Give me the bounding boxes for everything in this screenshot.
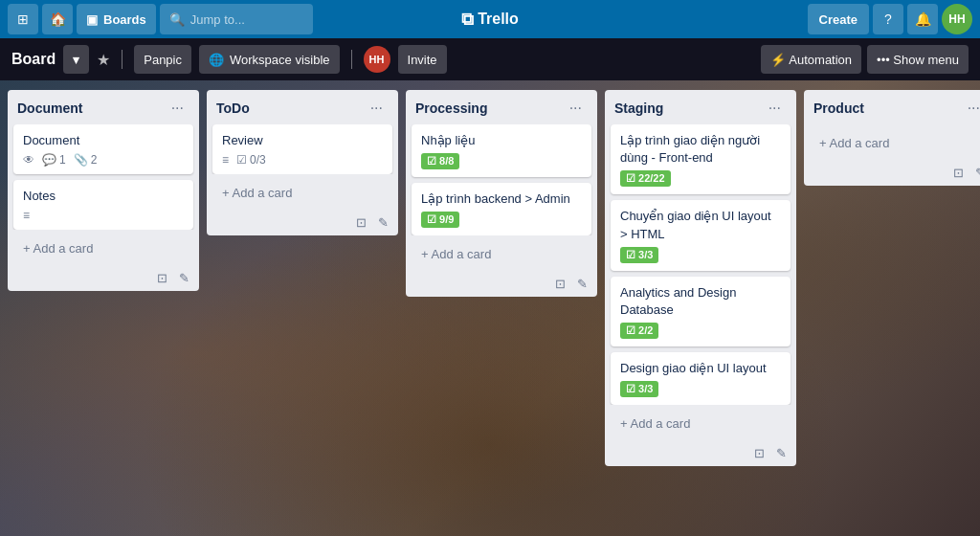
boards-label: Boards bbox=[103, 12, 146, 27]
card-badges-design-giao-dien: ☑ 3/3 bbox=[620, 381, 781, 397]
list-menu-btn-staging[interactable]: ··· bbox=[763, 98, 787, 119]
search-bar[interactable]: 🔍 bbox=[160, 4, 313, 34]
lines-icon: ≡ bbox=[23, 209, 30, 222]
compose-icon-product[interactable]: ✎ bbox=[971, 164, 980, 182]
list-staging: Staging ··· Lập trình giao diện người dù… bbox=[605, 90, 796, 466]
template-icon-product[interactable]: ⊡ bbox=[949, 164, 968, 182]
template-icon-processing[interactable]: ⊡ bbox=[551, 275, 569, 293]
list-menu-btn-todo[interactable]: ··· bbox=[365, 98, 389, 119]
list-header-product: Product ··· bbox=[804, 90, 980, 124]
card-lap-trinh-backend[interactable]: Lập trình backend > Admin ☑ 9/9 bbox=[412, 183, 591, 235]
template-icon-todo[interactable]: ⊡ bbox=[352, 213, 370, 232]
card-badges-nhap-lieu: ☑ 8/8 bbox=[421, 153, 582, 169]
comment-icon: 💬 bbox=[42, 153, 56, 167]
notification-btn[interactable]: 🔔 bbox=[907, 4, 938, 34]
automation-btn[interactable]: ⚡ Automation bbox=[761, 45, 861, 74]
top-nav-right: Create ? 🔔 HH bbox=[808, 4, 972, 34]
board-area: Document ··· Document 👁💬1📎2 Notes ≡ + Ad… bbox=[0, 80, 980, 536]
eye-icon: 👁 bbox=[23, 153, 34, 167]
star-btn[interactable]: ★ bbox=[97, 51, 110, 69]
card-footer-icons-document: ⊡ ✎ bbox=[8, 269, 199, 291]
card-badges-analytics: ☑ 2/2 bbox=[620, 323, 781, 339]
add-card-btn-processing[interactable]: + Add a card bbox=[412, 239, 591, 269]
create-btn[interactable]: Create bbox=[808, 4, 869, 34]
list-cards-processing: Nhập liệu ☑ 8/8 Lập trình backend > Admi… bbox=[406, 124, 597, 235]
card-title-doc1: Document bbox=[23, 132, 184, 149]
card-footer-icons-todo: ⊡ ✎ bbox=[207, 213, 398, 235]
member-avatar[interactable]: HH bbox=[364, 46, 390, 73]
compose-icon-staging[interactable]: ✎ bbox=[772, 444, 791, 462]
card-design-giao-dien[interactable]: Design giao diện UI layout ☑ 3/3 bbox=[611, 352, 791, 405]
card-analytics[interactable]: Analytics and Design Database ☑ 2/2 bbox=[611, 277, 791, 346]
divider bbox=[122, 50, 122, 69]
board-dropdown-btn[interactable]: ▾ bbox=[63, 45, 89, 74]
user-avatar[interactable]: HH bbox=[942, 4, 972, 34]
add-card-btn-document[interactable]: + Add a card bbox=[13, 234, 193, 263]
card-lap-trinh-giao-dien[interactable]: Lập trình giao diện người dùng - Front-e… bbox=[611, 124, 791, 194]
card-badges-chuyen-giao: ☑ 3/3 bbox=[620, 247, 781, 263]
grid-icon-btn[interactable]: ⊞ bbox=[8, 4, 38, 34]
badge-lap-trinh-giao-dien: ☑ 22/22 bbox=[620, 170, 671, 187]
trello-icon: ⧉ bbox=[461, 10, 474, 30]
boards-btn[interactable]: ▣ Boards bbox=[77, 4, 156, 34]
top-nav-left: ⊞ 🏠 ▣ Boards 🔍 bbox=[8, 4, 804, 34]
list-header-processing: Processing ··· bbox=[406, 90, 597, 124]
card-doc1[interactable]: Document 👁💬1📎2 bbox=[13, 124, 193, 174]
top-nav-center: ⧉ Trello bbox=[461, 10, 519, 30]
badge-design-giao-dien: ☑ 3/3 bbox=[620, 381, 658, 397]
compose-icon-todo[interactable]: ✎ bbox=[374, 213, 392, 232]
badge-nhap-lieu: ☑ 8/8 bbox=[421, 153, 459, 169]
attachment-icon: 📎 bbox=[74, 153, 88, 167]
search-input[interactable] bbox=[190, 12, 305, 27]
card-title-lap-trinh-giao-dien: Lập trình giao diện người dùng - Front-e… bbox=[620, 132, 781, 167]
card-footer-icons-product: ⊡ ✎ bbox=[804, 164, 980, 186]
card-review[interactable]: Review ≡☑0/3 bbox=[212, 124, 392, 174]
card-title-chuyen-giao: Chuyển giao diện UI layout > HTML bbox=[620, 208, 781, 242]
card-badges-lap-trinh-giao-dien: ☑ 22/22 bbox=[620, 170, 781, 187]
show-menu-btn[interactable]: ••• Show menu bbox=[867, 45, 969, 74]
compose-icon-document[interactable]: ✎ bbox=[175, 269, 193, 287]
list-header-document: Document ··· bbox=[8, 90, 199, 124]
add-card-btn-staging[interactable]: + Add a card bbox=[611, 409, 791, 438]
card-title-design-giao-dien: Design giao diện UI layout bbox=[620, 360, 781, 377]
boards-icon: ▣ bbox=[86, 12, 98, 27]
add-card-btn-todo[interactable]: + Add a card bbox=[212, 178, 392, 208]
card-nhap-lieu[interactable]: Nhập liệu ☑ 8/8 bbox=[412, 124, 591, 177]
meta-lines: ≡ bbox=[222, 153, 229, 167]
list-menu-btn-processing[interactable]: ··· bbox=[564, 98, 588, 119]
template-icon-staging[interactable]: ⊡ bbox=[750, 444, 768, 462]
invite-btn[interactable]: Invite bbox=[398, 45, 447, 74]
meta-checklist: ☑0/3 bbox=[236, 153, 266, 167]
board-name: Board bbox=[11, 51, 56, 68]
list-title-processing: Processing bbox=[415, 100, 487, 116]
meta-eye: 👁 bbox=[23, 153, 34, 167]
trello-name: Trello bbox=[478, 11, 519, 28]
visibility-btn[interactable]: 🌐 Workspace visible bbox=[199, 45, 340, 74]
globe-icon: 🌐 bbox=[209, 53, 224, 67]
list-cards-document: Document 👁💬1📎2 Notes ≡ bbox=[8, 124, 199, 230]
checklist-icon: ☑ bbox=[236, 153, 247, 167]
badge-lap-trinh-backend: ☑ 9/9 bbox=[421, 212, 459, 228]
card-chuyen-giao[interactable]: Chuyển giao diện UI layout > HTML ☑ 3/3 bbox=[611, 200, 791, 270]
top-nav: ⊞ 🏠 ▣ Boards 🔍 ⧉ Trello Create ? 🔔 HH bbox=[0, 0, 980, 38]
add-card-footer-product: + Add a card ⊡ ✎ bbox=[804, 124, 980, 186]
list-title-staging: Staging bbox=[614, 100, 663, 116]
panpic-btn[interactable]: Panpic bbox=[134, 45, 191, 74]
template-icon-document[interactable]: ⊡ bbox=[153, 269, 171, 287]
list-todo: ToDo ··· Review ≡☑0/3 + Add a card ⊡ ✎ bbox=[207, 90, 398, 235]
list-menu-btn-document[interactable]: ··· bbox=[166, 98, 189, 119]
meta-comment: 💬1 bbox=[42, 153, 66, 167]
list-menu-btn-product[interactable]: ··· bbox=[962, 98, 980, 119]
list-title-product: Product bbox=[813, 100, 864, 116]
list-title-todo: ToDo bbox=[216, 100, 250, 116]
card-notes[interactable]: Notes ≡ bbox=[13, 180, 193, 230]
add-card-footer-todo: + Add a card ⊡ ✎ bbox=[207, 174, 398, 235]
card-title-notes: Notes bbox=[23, 188, 184, 205]
add-card-btn-product[interactable]: + Add a card bbox=[810, 128, 980, 158]
compose-icon-processing[interactable]: ✎ bbox=[573, 275, 591, 293]
home-btn[interactable]: 🏠 bbox=[42, 4, 73, 34]
help-btn[interactable]: ? bbox=[873, 4, 903, 34]
card-title-lap-trinh-backend: Lập trình backend > Admin bbox=[421, 190, 582, 208]
meta-lines: ≡ bbox=[23, 209, 30, 222]
add-card-footer-staging: + Add a card ⊡ ✎ bbox=[605, 405, 796, 466]
